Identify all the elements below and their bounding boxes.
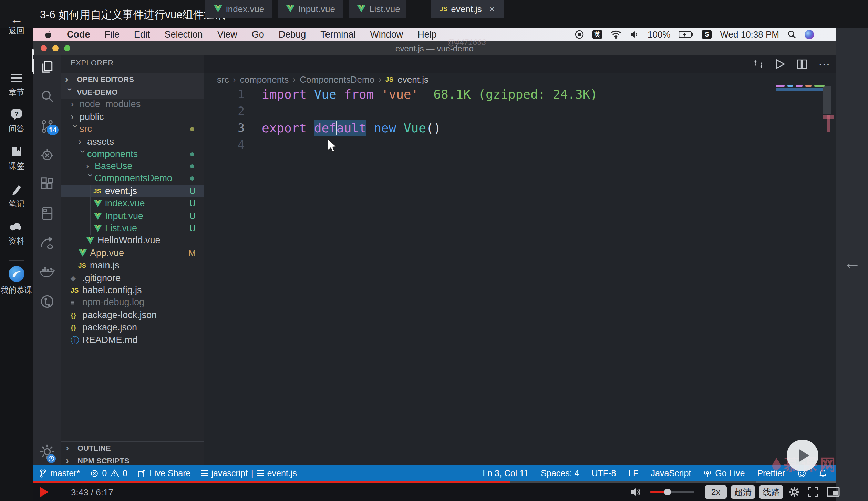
- tree-item-public[interactable]: ›public: [61, 111, 204, 123]
- tree-item-npm-debug-log[interactable]: ≣npm-debug.log: [61, 296, 204, 309]
- more-actions-icon[interactable]: ⋯: [818, 57, 830, 71]
- sidebar-item-back[interactable]: ← 返回: [0, 12, 33, 36]
- gitlens-icon[interactable]: [33, 294, 61, 309]
- menu-debug[interactable]: Debug: [279, 29, 306, 40]
- tree-item-componentsdemo[interactable]: ›ComponentsDemo: [61, 172, 204, 185]
- tree-item-package-lock[interactable]: {}package-lock.json: [61, 309, 204, 321]
- playback-speed-button[interactable]: 2x: [705, 485, 727, 499]
- vscode-titlebar[interactable]: event.js — vue-demo: [33, 41, 836, 55]
- tree-item-babel-config[interactable]: JSbabel.config.js: [61, 284, 204, 297]
- cursor-position[interactable]: Ln 3, Col 11: [483, 468, 528, 478]
- explorer-icon[interactable]: [33, 59, 61, 74]
- editor-scrollbar-thumb[interactable]: [823, 86, 831, 114]
- tree-item-package-json[interactable]: {}package.json: [61, 321, 204, 334]
- maximize-traffic-light[interactable]: [64, 45, 70, 51]
- input-method-icon[interactable]: 英: [592, 30, 602, 39]
- tree-item-src[interactable]: ›src: [61, 123, 204, 135]
- tree-item-gitignore[interactable]: ◆.gitignore: [61, 272, 204, 285]
- tree-item-baseuse[interactable]: ›BaseUse: [61, 160, 204, 173]
- volume-icon[interactable]: [630, 30, 639, 39]
- section-open-editors[interactable]: ›OPEN EDITORS: [61, 73, 204, 86]
- sidebar-item-notes[interactable]: 笔记: [0, 183, 33, 209]
- encoding[interactable]: UTF-8: [592, 468, 616, 478]
- tab-list-vue[interactable]: List.vue: [349, 0, 406, 18]
- status-app-icon[interactable]: S: [702, 30, 712, 39]
- tree-item-list-vue[interactable]: List.vueU: [61, 222, 204, 235]
- tree-item-node-modules[interactable]: ›node_modules: [61, 98, 204, 111]
- section-outline[interactable]: ›OUTLINE: [61, 441, 204, 454]
- player-settings-gear-icon[interactable]: [788, 486, 800, 498]
- wifi-icon[interactable]: [610, 30, 621, 39]
- apple-logo-icon[interactable]: [44, 30, 52, 39]
- search-icon[interactable]: [33, 89, 61, 104]
- screen-record-icon[interactable]: [575, 30, 584, 39]
- indentation[interactable]: Spaces: 4: [541, 468, 579, 478]
- menu-edit[interactable]: Edit: [134, 29, 150, 40]
- sidebar-item-account[interactable]: 我的慕课: [0, 265, 33, 295]
- git-branch-indicator[interactable]: master*: [39, 468, 80, 478]
- eol-sequence[interactable]: LF: [628, 468, 638, 478]
- close-tab-icon[interactable]: ×: [489, 4, 495, 14]
- minimap[interactable]: [776, 85, 825, 87]
- spotlight-icon[interactable]: [787, 30, 796, 39]
- tree-item-app-vue[interactable]: App.vueM: [61, 247, 204, 259]
- tree-item-event-js[interactable]: JSevent.jsU: [61, 185, 204, 197]
- breadcrumb[interactable]: src › components › ComponentsDemo › JS e…: [204, 73, 836, 86]
- sidebar-item-chapters[interactable]: 章节: [0, 71, 33, 98]
- quality-button[interactable]: 超清: [731, 485, 755, 499]
- menu-app-name[interactable]: Code: [67, 29, 90, 40]
- tab-event-js[interactable]: JS event.js ×: [431, 0, 504, 18]
- extensions-icon[interactable]: [33, 177, 61, 192]
- sidebar-item-qa[interactable]: ? 问答: [0, 108, 33, 134]
- breadcrumb-components[interactable]: components: [240, 74, 289, 85]
- run-file-icon[interactable]: [775, 59, 785, 70]
- tab-index-vue[interactable]: index.vue: [205, 0, 272, 18]
- tree-item-components[interactable]: ›components: [61, 148, 204, 161]
- menu-selection[interactable]: Selection: [165, 29, 203, 40]
- tree-item-main-js[interactable]: JSmain.js: [61, 259, 204, 272]
- notebook-icon[interactable]: [33, 206, 61, 221]
- tree-item-assets[interactable]: ›assets: [61, 135, 204, 148]
- breadcrumb-file[interactable]: event.js: [397, 74, 428, 85]
- menu-go[interactable]: Go: [252, 29, 264, 40]
- tree-item-readme[interactable]: ⓘREADME.md: [61, 334, 204, 347]
- tree-item-helloworld-vue[interactable]: HelloWorld.vue: [61, 234, 204, 247]
- pip-icon[interactable]: [827, 486, 840, 497]
- volume-icon[interactable]: [630, 487, 642, 498]
- menu-help[interactable]: Help: [417, 29, 437, 40]
- menu-view[interactable]: View: [217, 29, 237, 40]
- minimize-traffic-light[interactable]: [52, 45, 59, 51]
- problems-indicator[interactable]: 0 0: [90, 468, 127, 478]
- sidebar-item-materials[interactable]: 资料: [0, 220, 33, 246]
- docker-icon[interactable]: [33, 264, 61, 279]
- debug-icon[interactable]: [33, 148, 61, 163]
- breadcrumb-src[interactable]: src: [217, 74, 229, 85]
- tree-item-input-vue[interactable]: Input.vueU: [61, 210, 204, 223]
- live-share-button[interactable]: Live Share: [138, 468, 191, 478]
- close-traffic-light[interactable]: [41, 45, 47, 51]
- menu-window[interactable]: Window: [370, 29, 403, 40]
- tab-input-vue[interactable]: Input.vue: [278, 0, 343, 18]
- volume-slider[interactable]: [650, 491, 694, 493]
- code-editor[interactable]: 1 2 3 4 import Vue from 'vue'68.1K (gzip…: [204, 86, 836, 465]
- menu-terminal[interactable]: Terminal: [320, 29, 355, 40]
- route-button[interactable]: 线路: [759, 485, 783, 499]
- siri-icon[interactable]: [805, 30, 814, 39]
- breadcrumb-componentsdemo[interactable]: ComponentsDemo: [300, 74, 374, 85]
- section-root-folder[interactable]: ›VUE-DEMO: [61, 86, 204, 99]
- collapse-panel-arrow[interactable]: ←: [843, 252, 861, 273]
- fullscreen-icon[interactable]: [807, 486, 819, 498]
- open-changes-icon[interactable]: [753, 59, 764, 70]
- live-share-icon[interactable]: [33, 235, 61, 250]
- menubar-clock[interactable]: Wed 10:38 PM: [720, 29, 779, 40]
- play-button[interactable]: [40, 487, 49, 497]
- sidebar-item-bookmark[interactable]: 课签: [0, 145, 33, 171]
- volume-knob[interactable]: [664, 489, 671, 495]
- tree-item-index-vue[interactable]: index.vueU: [61, 197, 204, 210]
- split-editor-icon[interactable]: [796, 59, 807, 70]
- menu-file[interactable]: File: [105, 29, 120, 40]
- resume-play-button[interactable]: [787, 440, 818, 471]
- language-mode[interactable]: JavaScript: [651, 468, 691, 478]
- go-live-button[interactable]: Go Live: [703, 468, 745, 478]
- task-language-indicator[interactable]: javascript | event.js: [201, 468, 297, 478]
